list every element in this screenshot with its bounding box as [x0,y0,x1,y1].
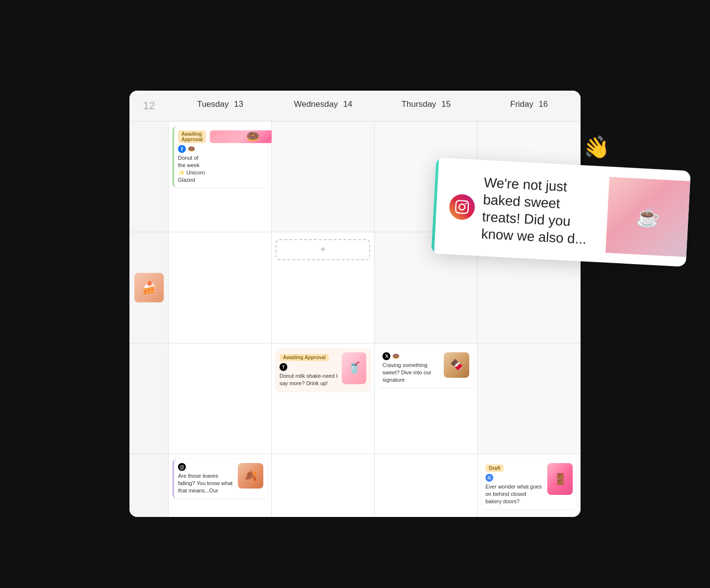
header-col-fri: Friday 16 [478,91,581,121]
post-card-x[interactable]: 𝕏 🍩 Craving something sweet? Dive into o… [379,348,473,388]
status-badge-awaiting-2: Awaiting Approval [279,354,329,361]
post-image-milkshake: 🥤 [342,352,366,384]
post-text-threads: Are those leaves falling? You know what … [178,472,234,494]
floating-preview-left: We're not just baked sweet treats! Did y… [431,158,610,263]
cell-tue-row4: @ Are those leaves falling? You know wha… [169,454,272,517]
floating-preview-text: We're not just baked sweet treats! Did y… [481,174,596,248]
platform-row-tiktok: T [279,363,338,371]
header-col-wed: Wednesday 14 [272,91,375,121]
snippet-image: 🍰 [134,273,164,302]
instagram-svg [455,200,469,214]
platform-row: f 🍩 [178,145,206,153]
post-card-content-x: 𝕏 🍩 Craving something sweet? Dive into o… [382,352,440,384]
header-day-name-fri: Friday [510,99,533,109]
header-day-name-wed: Wednesday [294,99,337,109]
instagram-icon [449,194,476,220]
post-text-donut: Donut of the week ✨ Unicorn Glazed [178,154,206,183]
post-card-threads[interactable]: @ Are those leaves falling? You know wha… [173,459,267,498]
status-badge-awaiting: Awaiting Approval [178,130,206,143]
platform-row-google: G [485,474,543,482]
post-card-content-threads: @ Are those leaves falling? You know wha… [178,463,234,494]
header-day-name-tue: Tuesday [197,99,229,109]
floating-preview-image: ☕ [606,177,690,257]
google-icon: G [485,474,493,482]
post-text-milkshake: Donut milk shake-need I say more? Drink … [279,372,338,387]
post-emoji-x: 🍩 [392,353,400,360]
post-card-content-bakery: Draft G Ever wonder what goes on behind … [485,463,543,505]
tiktok-icon: T [279,363,287,371]
header-day-number-thu: 15 [441,99,451,109]
x-icon: 𝕏 [382,352,390,360]
cell-wed-row4 [272,454,375,517]
cell-wed-row1 [272,122,375,232]
cell-12-row3 [129,343,169,454]
platform-row-threads: @ [178,463,234,471]
snippet-thumb-sprinkles: 🍰 [134,273,164,302]
post-image-bakery: 🚪 [547,463,573,495]
cell-tue-row3 [169,343,272,454]
post-card-content-milkshake: Awaiting Approval T Donut milk shake-nee… [279,352,338,387]
cell-thu-row4 [375,454,478,517]
add-post-button[interactable]: + [276,239,370,260]
cell-fri-row3 [478,343,581,454]
header-day-name-thu: Thursday [402,99,436,109]
header-day-number-12: 12 [143,99,155,112]
cell-tue-row2 [169,232,272,343]
post-card-bakery[interactable]: Draft G Ever wonder what goes on behind … [482,459,577,509]
floating-preview-card[interactable]: We're not just baked sweet treats! Did y… [431,158,691,267]
threads-icon: @ [178,463,186,471]
platform-row-x: 𝕏 🍩 [382,352,440,360]
cell-wed-row3: Awaiting Approval T Donut milk shake-nee… [272,343,375,454]
calendar: 12 Tuesday 13 Wednesday 14 Thursday 15 F… [129,91,581,517]
cell-fri-row4: Draft G Ever wonder what goes on behind … [478,454,581,517]
post-text-x: Craving something sweet? Dive into our s… [382,362,440,384]
post-image-leaves: 🍂 [238,463,263,489]
cell-12-row1 [129,122,169,232]
header-day-number-tue: 13 [234,99,243,109]
header-col-12: 12 [129,91,169,121]
header-col-thu: Thursday 15 [375,91,478,121]
cell-wed-row2: + [272,232,375,343]
cursor-hand-icon: 👋 [581,133,612,163]
post-emoji: 🍩 [188,146,195,152]
post-card-content: Awaiting Approval f 🍩 Donut of the week … [178,130,206,183]
post-card-donut[interactable]: Awaiting Approval f 🍩 Donut of the week … [173,126,267,187]
facebook-icon: f [178,145,186,153]
calendar-header: 12 Tuesday 13 Wednesday 14 Thursday 15 F… [129,91,581,122]
calendar-wrapper: 12 Tuesday 13 Wednesday 14 Thursday 15 F… [129,91,581,517]
header-day-number-wed: 14 [343,99,353,109]
post-image-box: 🍫 [444,352,469,378]
cell-tue-row1: Awaiting Approval f 🍩 Donut of the week … [169,122,272,232]
cell-thu-row3: 𝕏 🍩 Craving something sweet? Dive into o… [375,343,478,454]
post-card-milkshake[interactable]: Awaiting Approval T Donut milk shake-nee… [276,348,370,391]
header-day-number-fri: 16 [539,99,548,109]
post-text-bakery: Ever wonder what goes on behind closed b… [485,483,543,505]
header-col-tue: Tuesday 13 [169,91,272,121]
cell-12-row4 [129,454,169,517]
status-badge-draft: Draft [485,465,504,472]
cell-12-row2: 🍰 [129,232,169,343]
